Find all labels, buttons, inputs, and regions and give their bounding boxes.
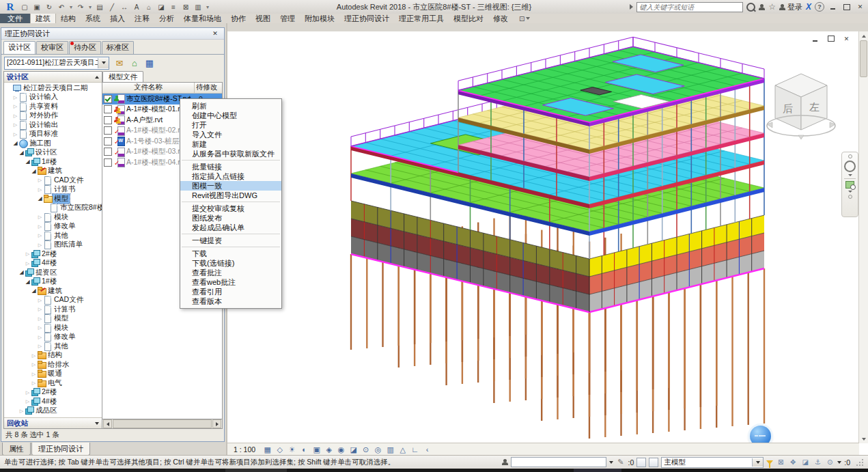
ribbon-tab-7[interactable]: 体量和场地 [179, 14, 226, 23]
expander-icon[interactable]: ▷ [25, 249, 31, 258]
tree-item[interactable]: ▷修改单 [4, 333, 102, 342]
sun-path-icon[interactable]: ☀ [287, 445, 297, 454]
share-icon[interactable]: ✉ [113, 57, 126, 68]
file-checkbox[interactable] [104, 137, 112, 145]
measure-icon[interactable]: ╱ [106, 2, 118, 12]
menu-item[interactable]: 查看版本 [180, 296, 281, 306]
rendering-dialog-icon[interactable]: ◉ [336, 445, 346, 454]
ribbon-tab-13[interactable]: 理正常用工具 [394, 14, 449, 23]
view-close-icon[interactable]: ✕ [841, 34, 852, 43]
dock-tab-待办区[interactable]: 待办区 [69, 41, 101, 54]
drawing-area[interactable]: ✕ 后 左 [227, 23, 868, 456]
recycle-bin-section[interactable]: 回收站 [4, 417, 102, 428]
view-restore-icon[interactable] [826, 34, 836, 43]
menu-item[interactable]: 批量链接 [180, 162, 281, 171]
expander-icon[interactable]: ▷ [25, 259, 31, 268]
tree-item[interactable]: ▷对外协作 [4, 111, 102, 121]
expander-icon[interactable]: ▷ [31, 378, 37, 387]
file-checkbox[interactable] [104, 95, 112, 103]
ribbon-tab-6[interactable]: 分析 [154, 14, 179, 23]
resize-grip[interactable] [856, 458, 864, 467]
favorites-star-icon[interactable]: ☆ [768, 2, 776, 12]
restore-button[interactable] [841, 3, 852, 12]
dock-tab-校审区[interactable]: 校审区 [36, 41, 68, 54]
tree-item[interactable]: ▷其他 [4, 231, 102, 240]
sign-in-button[interactable]: 登录 [779, 2, 802, 12]
tree-item[interactable]: ▷修改单 [4, 222, 102, 232]
design-options-select[interactable]: 主模型 [661, 457, 764, 468]
help-icon[interactable]: ? [815, 2, 824, 12]
select-links-icon[interactable]: ⚓ [813, 458, 822, 467]
expander-icon[interactable]: ▷ [12, 111, 18, 120]
bottom-tab-属性[interactable]: 属性 [2, 443, 31, 456]
collapse-section-icon[interactable] [95, 76, 99, 79]
temporary-view-properties-icon[interactable]: ▥ [385, 445, 395, 454]
expander-icon[interactable]: ▷ [37, 185, 43, 194]
expander-icon[interactable]: ▷ [37, 323, 43, 332]
project-select-arrow-icon[interactable] [98, 58, 109, 68]
menu-item[interactable]: 图模一致 [180, 181, 281, 191]
text-icon[interactable]: A [130, 2, 143, 12]
menu-item[interactable]: 创建中心模型 [180, 111, 281, 120]
worksets-icon[interactable] [502, 459, 508, 465]
expander-icon[interactable]: ▷ [37, 222, 43, 231]
menu-item[interactable]: 下载(选链接) [180, 258, 281, 268]
canvas-vscrollbar[interactable] [858, 31, 868, 443]
tree-item[interactable]: ▷计算书 [4, 185, 102, 195]
expander-icon[interactable]: ▷ [31, 370, 37, 378]
steering-wheel-icon[interactable] [844, 161, 856, 172]
reveal-constraints-icon[interactable]: ∟ [410, 445, 420, 454]
menu-item[interactable]: 从服务器中获取新版文件 [180, 149, 281, 158]
ribbon-tab-4[interactable]: 插入 [105, 14, 130, 23]
ribbon-tab-3[interactable]: 系统 [81, 14, 105, 23]
menu-item[interactable]: Revit视图导出DWG [180, 191, 281, 200]
infocenter-expand-icon[interactable] [630, 4, 633, 10]
open-file-icon[interactable]: ▢ [18, 2, 31, 12]
tree-item[interactable]: ▷CAD文件 [4, 296, 102, 305]
print-icon[interactable]: ▤ [94, 2, 106, 12]
menu-item[interactable]: 导入文件 [180, 130, 281, 139]
exchange-apps-icon[interactable]: X [806, 2, 811, 12]
dock-close-icon[interactable]: ✕ [210, 29, 221, 38]
hscroll-thumb[interactable] [113, 419, 212, 428]
tree-item[interactable]: ◢施工图 [4, 139, 102, 148]
tree-item[interactable]: ▷CAD文件 [4, 176, 102, 185]
section-box-icon[interactable]: ◪ [348, 445, 359, 454]
switch-windows-icon[interactable]: ▥ [192, 2, 204, 12]
default-3d-view-icon[interactable]: ⌂ [143, 2, 155, 12]
tree-item[interactable]: ▷模块 [4, 212, 102, 222]
menu-item[interactable]: 查看web批注 [180, 277, 281, 287]
tree-item[interactable]: ▷共享资料 [4, 102, 102, 111]
project-select[interactable]: [2021-0911]松江碧云天项目二期 [4, 57, 109, 70]
tree-item[interactable]: ▷给排水 [4, 360, 102, 370]
temporary-hide-isolate-icon[interactable]: ⊙ [361, 445, 371, 454]
tree-item[interactable]: ◢建筑 [4, 167, 102, 176]
expander-icon[interactable]: ▷ [37, 212, 43, 221]
file-checkbox[interactable] [104, 116, 112, 124]
vscroll-thumb[interactable] [860, 40, 867, 77]
show-crop-region-icon[interactable]: ◈ [324, 445, 334, 454]
wheel-dropdown-icon[interactable] [848, 174, 852, 176]
tree-item[interactable]: ◢1#楼 [4, 157, 102, 167]
tree-item[interactable]: ▷电气 [4, 378, 102, 388]
expand-recycle-icon[interactable] [95, 422, 99, 425]
expander-icon[interactable]: ▷ [37, 240, 43, 249]
expander-icon[interactable]: ▷ [31, 360, 37, 369]
tab-model-files[interactable]: 模型文件 [102, 71, 143, 82]
tree-item[interactable]: ◢设计区 [4, 148, 102, 158]
tree-item[interactable]: ▷图纸清单 [4, 240, 102, 250]
file-tab[interactable]: 文件 [0, 14, 30, 23]
tree-item[interactable]: ▷计算书 [4, 305, 102, 314]
active-only-filter-icon[interactable] [766, 460, 773, 464]
file-checkbox[interactable] [104, 148, 112, 156]
modify-selection-dropdown-icon[interactable]: ⊡ [516, 14, 533, 23]
design-options-arrow-icon[interactable] [752, 458, 763, 467]
ribbon-tab-5[interactable]: 注释 [130, 14, 154, 23]
menu-item[interactable]: 新建 [180, 139, 281, 149]
press-drag-icon[interactable]: ✥ [788, 458, 798, 467]
save-icon[interactable]: ▣ [31, 2, 43, 12]
section-icon[interactable]: ◪ [155, 2, 167, 12]
tree-item[interactable]: ▷4#楼 [4, 259, 102, 268]
workset-dropdown-icon[interactable] [609, 461, 613, 464]
home-icon[interactable]: ⌂ [128, 57, 141, 68]
